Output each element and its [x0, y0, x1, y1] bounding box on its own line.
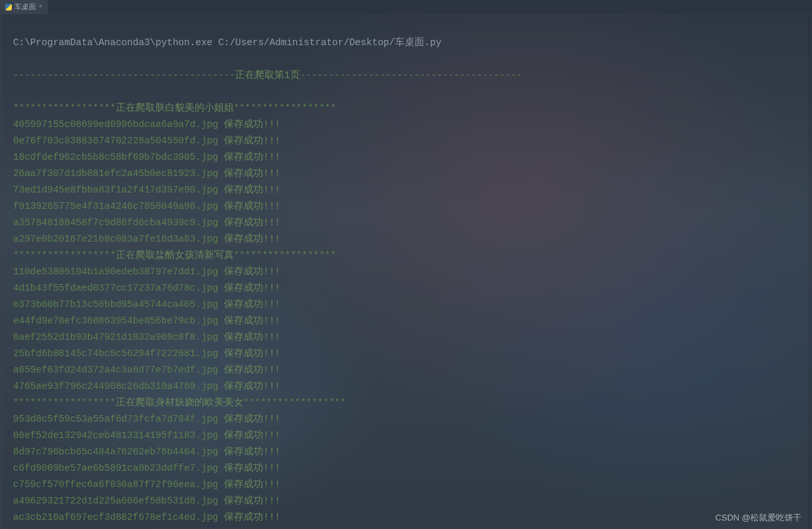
command-line: C:\ProgramData\Anaconda3\python.exe C:/U…: [13, 35, 804, 51]
save-success-text: 保存成功!!!: [224, 201, 280, 211]
file-save-line: a357848188458f7c9d86fd6cba4939c9.jpg 保存成…: [13, 215, 804, 231]
dashes-prefix: ---------------------------------------: [13, 70, 235, 81]
save-success-text: 保存成功!!!: [224, 119, 280, 130]
filename: 405997155c08699ed0996bdcaa6a9a7d.jpg: [13, 119, 218, 130]
section-header: ******************正在爬取盐酷女孩清新写真**********…: [13, 247, 804, 264]
filename: a357848188458f7c9d86fd6cba4939c9.jpg: [13, 217, 218, 228]
stars-prefix: ******************: [13, 250, 116, 261]
filename: 4765ae93f796c244908c26db310a4769.jpg: [13, 381, 218, 392]
save-success-text: 保存成功!!!: [224, 266, 280, 277]
file-save-line: 25bfd6b88145c74bc5c56294f7222681.jpg 保存成…: [13, 346, 804, 362]
file-save-line: 4d1b43f55fdaed0377cc17237a76d78c.jpg 保存成…: [13, 280, 804, 297]
filename: c6fd9009be57ae6b5891ca0b23ddffe7.jpg: [13, 463, 218, 473]
save-success-text: 保存成功!!!: [224, 512, 280, 522]
filename: 06ef52de132942ceb4813314195f1183.jpg: [13, 430, 218, 441]
filename: 25bfd6b88145c74bc5c56294f7222681.jpg: [13, 348, 218, 359]
tab-title: 车桌面: [14, 2, 36, 12]
file-save-line: 405997155c08699ed0996bdcaa6a9a7d.jpg 保存成…: [13, 117, 804, 133]
save-success-text: 保存成功!!!: [224, 168, 280, 179]
section-title: 正在爬取盐酷女孩清新写真: [116, 250, 234, 261]
file-save-line: 73ed1d945e8fbba83f1a2f417d397e90.jpg 保存成…: [13, 182, 804, 198]
file-save-line: e373b60b77b13c56bbd95a45744ca405.jpg 保存成…: [13, 297, 804, 313]
file-save-line: f9139265775e4f31a4246c7858049a96.jpg 保存成…: [13, 198, 804, 215]
section-header: ******************正在爬取肤白貌美的小姐姐**********…: [13, 100, 804, 117]
save-success-text: 保存成功!!!: [224, 332, 280, 342]
save-success-text: 保存成功!!!: [224, 136, 280, 146]
tab-bar: 车桌面 ×: [0, 0, 812, 14]
file-tab[interactable]: 车桌面 ×: [0, 0, 48, 14]
section-title: 正在爬取身材妖娆的欧美美女: [116, 397, 244, 408]
save-success-text: 保存成功!!!: [224, 217, 280, 228]
page-header-line: ---------------------------------------正…: [13, 67, 804, 84]
file-save-line: 110de53896104b1a90edeb38797e7dd1.jpg 保存成…: [13, 264, 804, 280]
file-save-line: a49629321722d1d225a606ef58b531d8.jpg 保存成…: [13, 493, 804, 509]
filename: 8d97c796bcb65c484a76262eb76b4404.jpg: [13, 447, 218, 457]
stars-suffix: ******************: [244, 397, 346, 408]
stars-suffix: ******************: [234, 250, 337, 261]
save-success-text: 保存成功!!!: [224, 299, 280, 310]
save-success-text: 保存成功!!!: [224, 283, 280, 293]
filename: 110de53896104b1a90edeb38797e7dd1.jpg: [13, 266, 218, 277]
save-success-text: 保存成功!!!: [224, 185, 280, 195]
filename: a297e0b20167e21b8c083a7fe16d3a83.jpg: [13, 234, 218, 244]
save-success-text: 保存成功!!!: [224, 430, 280, 441]
filename: f9139265775e4f31a4246c7858049a96.jpg: [13, 201, 218, 211]
file-save-line: 06ef52de132942ceb4813314195f1183.jpg 保存成…: [13, 428, 804, 444]
filename: e373b60b77b13c56bbd95a45744ca405.jpg: [13, 299, 218, 310]
filename: 26aa7f307d1db881efc2a45b0ec81923.jpg: [13, 168, 218, 179]
file-save-line: e44fd9e78efc368863954be856be79cb.jpg 保存成…: [13, 313, 804, 329]
filename: a659ef63fd24d372a4c3a6d77e7b7edf.jpg: [13, 365, 218, 375]
save-success-text: 保存成功!!!: [224, 414, 280, 424]
file-save-line: a659ef63fd24d372a4c3a6d77e7b7edf.jpg 保存成…: [13, 362, 804, 378]
save-success-text: 保存成功!!!: [224, 479, 280, 490]
filename: 0e76f703c83883674702228a504550fd.jpg: [13, 136, 218, 146]
python-file-icon: [5, 4, 12, 10]
stars-prefix: ******************: [13, 397, 116, 408]
file-save-line: 26aa7f307d1db881efc2a45b0ec81923.jpg 保存成…: [13, 166, 804, 182]
stars-suffix: ******************: [234, 103, 337, 113]
section-title: 正在爬取肤白貌美的小姐姐: [116, 103, 234, 113]
filename: a49629321722d1d225a606ef58b531d8.jpg: [13, 496, 218, 506]
file-save-line: 4765ae93f796c244908c26db310a4769.jpg 保存成…: [13, 378, 804, 395]
filename: 18cdfdef962cb5b8c58bf69b7bdc3905.jpg: [13, 152, 218, 162]
filename: c759cf570ffec6a6f030a87f72f96eea.jpg: [13, 479, 218, 490]
save-success-text: 保存成功!!!: [224, 463, 280, 473]
filename: 73ed1d945e8fbba83f1a2f417d397e90.jpg: [13, 185, 218, 195]
file-save-line: a297e0b20167e21b8c083a7fe16d3a83.jpg 保存成…: [13, 231, 804, 247]
save-success-text: 保存成功!!!: [224, 381, 280, 392]
save-success-text: 保存成功!!!: [224, 447, 280, 457]
page-header-text: 正在爬取第1页: [235, 70, 300, 81]
file-save-line: c759cf570ffec6a6f030a87f72f96eea.jpg 保存成…: [13, 477, 804, 493]
watermark-text: CSDN @松鼠爱吃饼干: [715, 512, 802, 524]
filename: 953d8c5f59c53a55af6d73fcfa7d784f.jpg: [13, 414, 218, 424]
section-header: ******************正在爬取身材妖娆的欧美美女*********…: [13, 395, 804, 411]
file-save-line: 0e76f703c83883674702228a504550fd.jpg 保存成…: [13, 133, 804, 149]
file-save-line: 8d97c796bcb65c484a76262eb76b4404.jpg 保存成…: [13, 444, 804, 460]
file-save-line: c6fd9009be57ae6b5891ca0b23ddffe7.jpg 保存成…: [13, 460, 804, 477]
filename: ac3cb216af697ecf3d882f678ef1c4ed.jpg: [13, 512, 218, 522]
close-icon[interactable]: ×: [39, 3, 43, 10]
save-success-text: 保存成功!!!: [224, 496, 280, 506]
file-save-line: ac3cb216af697ecf3d882f678ef1c4ed.jpg 保存成…: [13, 509, 804, 526]
scrollbar[interactable]: [808, 14, 812, 529]
save-success-text: 保存成功!!!: [224, 365, 280, 375]
stars-prefix: ******************: [13, 103, 116, 113]
file-save-line: 18cdfdef962cb5b8c58bf69b7bdc3905.jpg 保存成…: [13, 149, 804, 166]
dashes-suffix: ---------------------------------------: [300, 70, 522, 81]
save-success-text: 保存成功!!!: [224, 348, 280, 359]
filename: 4d1b43f55fdaed0377cc17237a76d78c.jpg: [13, 283, 218, 293]
filename: e44fd9e78efc368863954be856be79cb.jpg: [13, 316, 218, 326]
file-save-line: 953d8c5f59c53a55af6d73fcfa7d784f.jpg 保存成…: [13, 411, 804, 428]
save-success-text: 保存成功!!!: [224, 316, 280, 326]
filename: 6aef2552d1b93b47921d1032a969c8f8.jpg: [13, 332, 218, 342]
file-save-line: 6aef2552d1b93b47921d1032a969c8f8.jpg 保存成…: [13, 329, 804, 346]
save-success-text: 保存成功!!!: [224, 234, 280, 244]
save-success-text: 保存成功!!!: [224, 152, 280, 162]
console-output[interactable]: C:\ProgramData\Anaconda3\python.exe C:/U…: [0, 14, 812, 529]
